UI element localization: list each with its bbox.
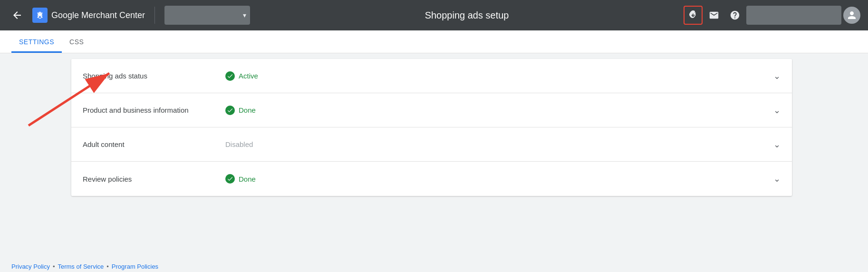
product-business-status-icon xyxy=(225,106,235,115)
tabs-bar: SETTINGS CSS xyxy=(0,30,868,53)
terms-of-service-link[interactable]: Terms of Service xyxy=(58,263,104,270)
app-logo: Google Merchant Center xyxy=(32,8,145,23)
shopping-ads-status-label: Shopping ads status xyxy=(83,72,225,80)
footer: Privacy Policy • Terms of Service • Prog… xyxy=(11,263,158,270)
product-business-label: Product and business information xyxy=(83,106,225,114)
back-button[interactable] xyxy=(8,6,27,25)
review-policies-status-text: Done xyxy=(239,175,256,183)
settings-button[interactable] xyxy=(684,6,703,25)
footer-dot-1: • xyxy=(53,263,55,270)
row-4-chevron-icon: ⌄ xyxy=(773,174,781,184)
settings-panel: Shopping ads status Active ⌄ Product and… xyxy=(71,59,792,196)
nav-divider xyxy=(154,7,155,24)
tab-css[interactable]: CSS xyxy=(62,31,91,53)
row-1-chevron-icon: ⌄ xyxy=(773,71,781,81)
adult-content-status-text: Disabled xyxy=(225,140,253,148)
shopping-ads-status-value: Active xyxy=(225,71,258,81)
row-3-chevron-icon: ⌄ xyxy=(773,139,781,150)
store-selector-wrap: ▾ xyxy=(164,6,250,25)
footer-dot-2: • xyxy=(106,263,109,270)
main-content: Shopping ads status Active ⌄ Product and… xyxy=(0,59,868,272)
adult-content-row[interactable]: Adult content Disabled ⌄ xyxy=(71,127,792,162)
product-business-value: Done xyxy=(225,106,256,115)
review-policies-row[interactable]: Review policies Done ⌄ xyxy=(71,162,792,196)
store-selector[interactable] xyxy=(164,6,250,25)
review-policies-value: Done xyxy=(225,174,256,184)
logo-icon xyxy=(32,8,48,23)
user-avatar[interactable] xyxy=(843,7,860,24)
product-business-row[interactable]: Product and business information Done ⌄ xyxy=(71,93,792,127)
product-business-status-text: Done xyxy=(239,106,256,114)
top-navigation: Google Merchant Center ▾ Shopping ads se… xyxy=(0,0,868,30)
topnav-actions xyxy=(684,6,860,25)
privacy-policy-link[interactable]: Privacy Policy xyxy=(11,263,50,270)
review-policies-label: Review policies xyxy=(83,175,225,183)
adult-content-label: Adult content xyxy=(83,140,225,148)
shopping-ads-status-row[interactable]: Shopping ads status Active ⌄ xyxy=(71,59,792,93)
mail-button[interactable] xyxy=(704,6,723,25)
program-policies-link[interactable]: Program Policies xyxy=(112,263,158,270)
active-status-icon xyxy=(225,71,235,81)
adult-content-value: Disabled xyxy=(225,140,253,148)
logo-text: Google Merchant Center xyxy=(51,10,145,20)
tab-settings[interactable]: SETTINGS xyxy=(11,31,62,53)
page-title: Shopping ads setup xyxy=(256,10,678,21)
search-input[interactable] xyxy=(746,6,841,25)
help-button[interactable] xyxy=(725,6,744,25)
review-policies-status-icon xyxy=(225,174,235,184)
row-2-chevron-icon: ⌄ xyxy=(773,105,781,116)
shopping-ads-status-text: Active xyxy=(239,72,258,80)
